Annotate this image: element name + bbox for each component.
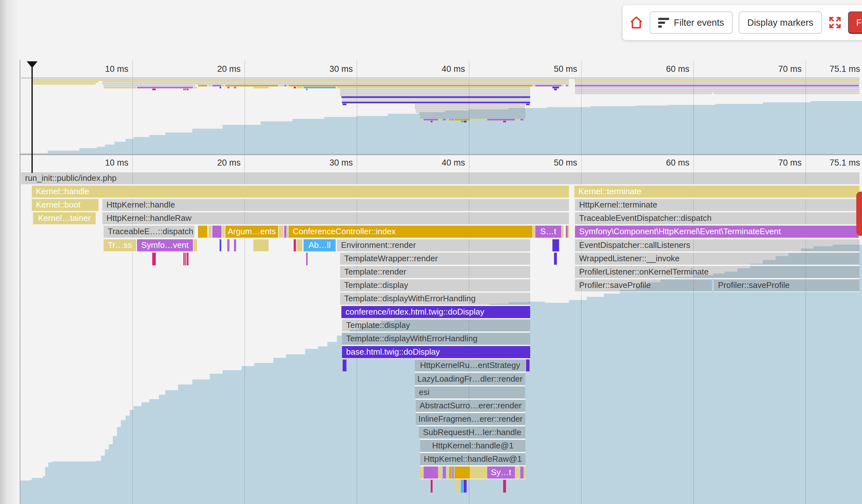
timeline-bar[interactable] [194, 239, 197, 252]
event-mark[interactable] [461, 480, 463, 493]
minimap-bar[interactable] [253, 87, 269, 88]
minimap-bar[interactable] [526, 104, 530, 105]
minimap-bar[interactable] [284, 85, 286, 87]
timeline-bar[interactable]: ConferenceController::index [289, 225, 532, 238]
timeline-bar[interactable]: TraceableE…::dispatch [104, 225, 195, 238]
timeline-bar[interactable] [297, 239, 302, 252]
minimap-bar[interactable] [562, 85, 563, 87]
minimap-bar[interactable] [575, 81, 860, 83]
minimap-bar[interactable] [443, 119, 446, 120]
event-mark[interactable] [185, 253, 186, 265]
minimap-bar[interactable] [575, 89, 860, 90]
minimap-bar[interactable] [415, 106, 525, 107]
timeline-bar[interactable] [449, 466, 452, 479]
viewport-marker-line[interactable] [31, 67, 33, 173]
timeline-bar[interactable]: HttpKernel::handle@1 [420, 439, 525, 452]
minimap-bar[interactable] [220, 87, 221, 88]
minimap-mark[interactable] [431, 121, 433, 122]
timeline-bar[interactable]: Kernel::boot [32, 198, 99, 212]
timeline-bar[interactable]: Argum…ents [225, 225, 278, 238]
timeline-bar[interactable] [209, 225, 212, 238]
minimap-bar[interactable] [554, 89, 557, 90]
display-markers-button[interactable]: Display markers [739, 11, 822, 34]
fullscreen-icon[interactable] [828, 16, 842, 29]
minimap-bar[interactable] [340, 92, 530, 94]
minimap-bar[interactable] [535, 85, 561, 87]
minimap-bar[interactable] [575, 87, 860, 88]
minimap-bar[interactable] [222, 85, 225, 87]
event-mark[interactable] [152, 253, 156, 265]
minimap-bar[interactable] [340, 91, 530, 92]
timeline-bar[interactable] [438, 466, 441, 479]
timeline-bar[interactable]: InlineFragmen…erer::render [416, 412, 525, 426]
minimap-bar[interactable] [198, 85, 207, 87]
minimap-bar[interactable] [225, 85, 278, 87]
timeline-bar[interactable] [234, 239, 236, 252]
timeline-bar[interactable]: esi [415, 386, 525, 399]
timeline-bar[interactable] [443, 466, 446, 479]
minimap-bar[interactable] [420, 115, 525, 117]
minimap-bar[interactable] [533, 85, 535, 87]
minimap-bar[interactable] [212, 85, 222, 87]
timeline-bar[interactable]: Template::displayWithErrorHandling [340, 292, 530, 305]
timeline-bar[interactable]: TemplateWrapper::render [340, 252, 530, 265]
timeline-bar[interactable]: Kernel::terminate [574, 185, 860, 198]
minimap-bar[interactable] [455, 119, 470, 120]
timeline-bar[interactable]: Symfony\Component\HttpKernel\Event\Termi… [575, 225, 859, 238]
home-icon[interactable] [629, 15, 644, 30]
minimap-bar[interactable] [416, 109, 525, 111]
minimap-bar[interactable] [424, 119, 438, 120]
minimap-bar[interactable] [297, 87, 302, 88]
minimap-bar[interactable] [575, 92, 712, 94]
minimap-mark[interactable] [183, 89, 185, 90]
minimap-bar[interactable] [438, 119, 441, 120]
minimap-bar[interactable] [343, 104, 347, 105]
minimap-bar[interactable] [574, 79, 860, 81]
timeline-bar[interactable]: Template::displayWithErrorHandling [342, 332, 530, 345]
timeline-bar[interactable] [533, 225, 535, 238]
scroll-indicator-pill[interactable] [856, 191, 862, 236]
feedback-button[interactable]: Feedback [848, 11, 862, 34]
minimap-bar[interactable] [420, 117, 525, 119]
minimap-bar[interactable] [575, 91, 860, 92]
timeline-bar[interactable] [424, 466, 438, 479]
minimap-bar[interactable] [194, 87, 197, 88]
timeline-bar[interactable] [212, 225, 222, 238]
minimap-mark[interactable] [152, 89, 156, 90]
timeline-bar[interactable]: AbstractSurro…erer::render [416, 399, 525, 412]
timeline-bar[interactable]: Template::display [342, 319, 530, 332]
timeline-bar[interactable] [447, 466, 449, 479]
timeline-bar[interactable]: HttpKernel::terminate [575, 198, 860, 212]
timeline-bar[interactable] [520, 466, 523, 479]
minimap-bar[interactable] [552, 87, 559, 88]
timeline-bar[interactable]: Profiler::saveProfile [714, 279, 860, 292]
minimap-bar[interactable] [487, 119, 515, 120]
timeline-bar[interactable]: EventDispatcher::callListeners [575, 239, 860, 252]
timeline-bar[interactable]: Profiler::saveProfile [575, 279, 712, 292]
minimap-mark[interactable] [503, 121, 506, 122]
timeline-bar[interactable]: TraceableEventDispatcher::dispatch [575, 212, 860, 225]
minimap-bar[interactable] [449, 119, 452, 120]
timeline-bar[interactable]: WrappedListener::__invoke [575, 252, 860, 265]
timeline-bar[interactable]: HttpKernelRu…entStrategy [415, 359, 525, 372]
timeline-bar[interactable] [287, 225, 288, 238]
minimap-bar[interactable] [234, 87, 236, 88]
event-mark[interactable] [183, 253, 185, 265]
event-mark[interactable] [306, 253, 308, 265]
minimap-bar[interactable] [342, 98, 530, 100]
timeline-bar[interactable] [227, 239, 230, 252]
timeline-bar[interactable] [220, 239, 221, 252]
minimap-bar[interactable] [102, 81, 569, 83]
timeline-bar[interactable]: Ab…ll [303, 239, 336, 252]
timeline-bar[interactable]: HttpKernel::handleRaw [102, 212, 569, 225]
timeline-bar[interactable]: Kernel…tainer [33, 212, 96, 225]
timeline-bar[interactable] [470, 466, 487, 479]
minimap-bar[interactable] [104, 85, 195, 87]
minimap-mark[interactable] [456, 121, 459, 122]
minimap-bar[interactable] [32, 79, 569, 81]
minimap-bar[interactable] [342, 102, 530, 103]
timeline-bar[interactable] [279, 225, 284, 238]
minimap-bar[interactable] [227, 87, 230, 88]
minimap-bar[interactable] [575, 85, 859, 87]
minimap-bar[interactable] [341, 96, 530, 98]
